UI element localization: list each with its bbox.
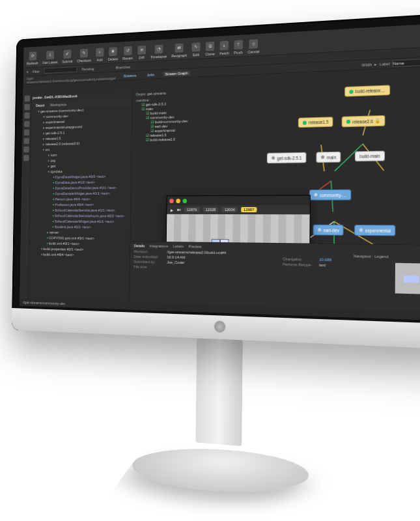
timelapse-titlebar[interactable] <box>167 195 309 205</box>
cancel-button[interactable]: ⦸Cancel <box>247 39 259 54</box>
close-icon[interactable] <box>169 199 174 203</box>
file-tree[interactable]: get-streams (community-dev) community-de… <box>30 106 130 259</box>
edit-icon: ✎ <box>192 42 201 51</box>
preview-thumbnail <box>395 263 420 295</box>
filter-text[interactable]: Filter <box>33 69 40 73</box>
node-community[interactable]: ⊕ community-… <box>309 190 352 201</box>
revert-icon: ↺ <box>124 46 132 55</box>
minimize-icon[interactable] <box>176 199 180 203</box>
tab-depot[interactable]: Depot <box>36 102 45 108</box>
rev-marker[interactable]: 12987 <box>241 207 257 212</box>
diff-button[interactable]: ≋Diff <box>137 46 146 60</box>
timelapse-caption: build.properties <box>257 246 283 251</box>
zoom-icon[interactable] <box>182 199 187 203</box>
submit-button[interactable]: ✔Submit <box>62 49 72 64</box>
strip-icon[interactable] <box>24 96 29 102</box>
cancel-icon: ⦸ <box>249 39 259 49</box>
filter-input[interactable] <box>44 66 77 74</box>
workspace-tree-panel: jcoder_GetDL-0381MacBook Depot Workspace… <box>28 89 132 302</box>
timelapse-button[interactable]: ◔Timelapse <box>150 44 167 59</box>
stream-graph[interactable]: build-release… release1.5 release2.0 🔒 ⊕… <box>227 77 420 309</box>
tab-streams[interactable]: Streams <box>121 72 139 78</box>
strip-icon[interactable] <box>24 113 29 119</box>
app-window: ⟳Refresh ⇩Get Latest ✔Submit ✎Checkout ＋… <box>20 23 420 321</box>
tab-workspace[interactable]: Workspace <box>50 102 66 107</box>
main-area: Depot: get-streams mainline get-sdk-2.5.… <box>130 76 420 313</box>
graph-edges <box>227 77 420 309</box>
node-main[interactable]: ⊕ main <box>316 152 341 163</box>
filter-label: ▾ <box>27 70 29 74</box>
strip-icon[interactable] <box>23 147 29 152</box>
monitor-logo <box>214 320 225 333</box>
push-button[interactable]: ⇡Push <box>234 40 243 55</box>
tab-details[interactable]: Details <box>134 244 145 247</box>
branches-label[interactable]: Branches <box>116 64 131 69</box>
delete-button[interactable]: ✖Delete <box>108 47 119 61</box>
rev-marker[interactable]: 12876 <box>184 207 199 212</box>
details-panel: Details Integrations Labels Preview Navi… <box>130 241 420 312</box>
fetch-icon: ⇣ <box>220 41 229 51</box>
revgraph-button[interactable]: ⇄Revgraph <box>171 43 187 58</box>
strip-icon[interactable] <box>23 130 29 136</box>
node-buildrelease[interactable]: build-release… <box>344 85 390 96</box>
refresh-button[interactable]: ⟳Refresh <box>27 51 38 65</box>
node-earldev[interactable]: ⊕ earl-dev <box>313 225 344 236</box>
depot-checklist[interactable]: get-sdk-2.5.1 main build-main community-… <box>135 100 220 143</box>
tab-preview[interactable]: Preview <box>188 244 201 248</box>
refresh-icon: ⟳ <box>29 51 36 61</box>
revert-button[interactable]: ↺Revert <box>122 46 133 61</box>
push-icon: ⇡ <box>234 40 243 49</box>
delete-icon: ✖ <box>109 47 117 56</box>
jump-icon[interactable]: ⏭ <box>177 208 181 212</box>
node-buildcomm[interactable]: ⊕ build-comm… <box>266 224 307 235</box>
depot-filter-panel: Depot: get-streams mainline get-sdk-2.5.… <box>135 89 220 142</box>
checkout-button[interactable]: ✎Checkout <box>77 49 91 63</box>
label-label: Label <box>380 61 390 66</box>
node-release20[interactable]: release2.0 🔒 <box>342 115 385 128</box>
clone-button[interactable]: ⧉Clone <box>205 42 215 57</box>
strip-icon[interactable] <box>23 138 29 145</box>
diff-icon: ≋ <box>137 46 146 55</box>
tab-labels[interactable]: Labels <box>173 244 183 248</box>
node-buildmain[interactable]: build-main <box>355 150 385 161</box>
strip-icon[interactable] <box>23 155 29 161</box>
fetch-button[interactable]: ⇣Fetch <box>219 41 229 56</box>
node-experimental[interactable]: ⊕ experimental <box>354 225 396 236</box>
status-path: //get-streams/community-dev <box>23 300 65 305</box>
revgraph-icon: ⇄ <box>175 44 184 53</box>
strip-icon[interactable] <box>24 121 29 128</box>
node-sdk[interactable]: ⊕ get-sdk-2.5.1 <box>267 152 307 163</box>
tab-integrations[interactable]: Integrations <box>149 244 168 248</box>
tab-jobs[interactable]: Jobs <box>145 72 157 77</box>
play-icon[interactable]: ▶ <box>171 207 174 212</box>
label-input[interactable] <box>393 57 420 67</box>
timelapse-toolbar: ▶ ⏭ 12876 12328 12004 12987 <box>167 205 310 214</box>
rev-marker[interactable]: 12004 <box>222 207 238 212</box>
edit-button[interactable]: ✎Edit <box>192 42 201 57</box>
add-icon: ＋ <box>96 48 104 57</box>
timelapse-icon: ◔ <box>154 44 163 53</box>
node-release15[interactable]: release1.5 <box>298 117 333 128</box>
checkout-icon: ✎ <box>80 49 88 58</box>
strip-icon[interactable] <box>24 104 29 111</box>
add-button[interactable]: ＋Add <box>96 48 104 62</box>
clone-icon: ⧉ <box>206 42 214 51</box>
rev-marker[interactable]: 12328 <box>203 207 218 212</box>
pending-label[interactable]: Pending <box>82 66 94 71</box>
tab-streamgraph[interactable]: Stream Graph <box>163 70 190 77</box>
width-label: Width <box>361 63 372 67</box>
submit-icon: ✔ <box>63 49 71 59</box>
download-icon: ⇩ <box>46 51 54 60</box>
getlatest-button[interactable]: ⇩Get Latest <box>42 50 58 64</box>
